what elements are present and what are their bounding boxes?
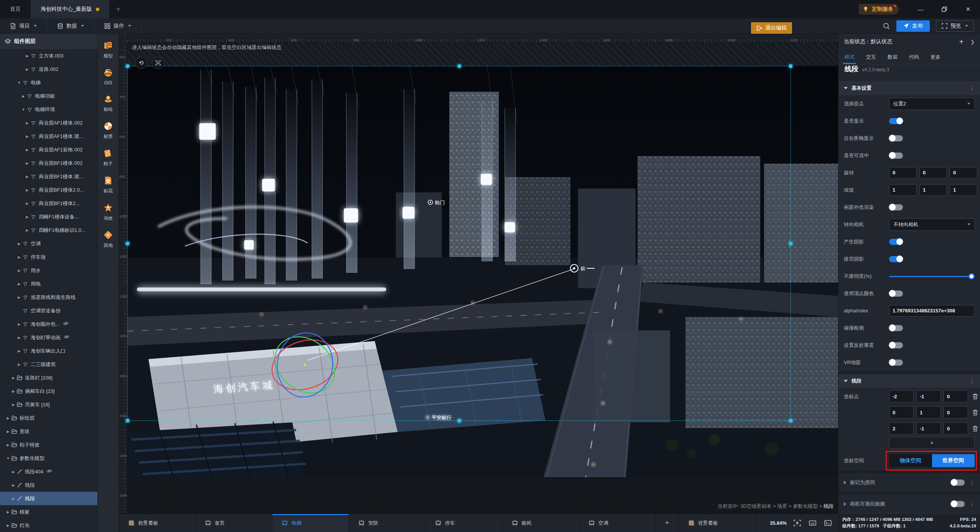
value-input[interactable] [889,305,975,317]
tree-item[interactable]: ▶▽电梯功能 [0,89,97,103]
scene-tab-安防[interactable]: 安防 [349,514,426,532]
tree-item[interactable]: ▶线段 [0,478,97,492]
resource-tab-marker[interactable]: 标绘 [98,90,119,117]
scene-tab-能耗[interactable]: 能耗 [502,514,579,532]
toggle-switch[interactable] [889,239,903,245]
search-icon[interactable] [883,22,890,30]
expand-arrow-icon[interactable]: ▶ [16,322,22,326]
section-menu-icon[interactable]: ⋮ [969,87,975,89]
inspector-tab-更多[interactable]: 更多 [931,50,940,64]
section-menu-icon[interactable]: ⋮ [969,482,975,484]
tree-item[interactable]: ▶▽商业层BF1楼体.002 [0,156,97,170]
delete-point-icon[interactable] [971,425,979,432]
inspector-tab-代码[interactable]: 代码 [909,50,919,64]
tree-item[interactable]: ▶道路灯 [108] [0,371,97,384]
tree-item[interactable]: ▶▽海创灯带动画 [0,331,97,344]
tree-item[interactable]: ▶标绘层 [0,411,97,425]
tree-item[interactable]: ▶▽道路.002 [0,62,97,76]
tree-item[interactable]: ▶粒子特效 [0,438,97,452]
tree-item[interactable]: ▶▽商业层BF1楼体.玻... [0,170,97,183]
resource-tab-other[interactable]: 其他 [98,226,119,253]
toggle-switch[interactable] [889,135,903,141]
collapse-panel-button[interactable]: ❯ [970,39,975,45]
fit-screen-button[interactable] [792,519,802,527]
collapsed-section[interactable]: 相机可视化检测⋮ [838,492,980,513]
value-input[interactable] [889,422,914,435]
console-button[interactable] [823,519,833,527]
toggle-switch[interactable] [889,153,903,159]
expand-arrow-icon[interactable]: ▶ [16,269,22,273]
expand-arrow-icon[interactable]: ▼ [21,108,26,112]
expand-arrow-icon[interactable]: ▶ [11,403,16,407]
scene-tab-首页[interactable]: 首页 [196,514,272,532]
expand-arrow-icon[interactable]: ▶ [25,175,30,179]
expand-arrow-icon[interactable]: ▶ [25,135,30,138]
expand-arrow-icon[interactable]: ▶ [5,443,11,447]
expand-arrow-icon[interactable]: ▶ [25,148,30,152]
publish-button[interactable]: 发布 [896,20,930,32]
value-input[interactable] [944,422,968,435]
custom-service-badge[interactable]: 定制服务 [859,4,899,15]
tree-item[interactable]: ▶▽四幢F1楼体设备... [0,210,97,223]
viewport[interactable]: 2004006008001000120014001600180020002200… [119,34,838,514]
toggle-switch[interactable] [889,256,903,262]
expand-arrow-icon[interactable]: ▶ [16,336,22,340]
value-input[interactable] [889,184,917,196]
inspector-tab-交互[interactable]: 交互 [866,50,876,64]
inspector-tab-样式[interactable]: 样式 [845,50,855,64]
resource-tab-gis[interactable]: GIS [98,64,119,90]
expand-arrow-icon[interactable]: ▶ [5,430,11,433]
expand-arrow-icon[interactable]: ▶ [25,228,30,232]
tree-item[interactable]: ▶▽用水 [0,264,97,277]
menu-项目[interactable]: 项目 [0,18,47,33]
expand-arrow-icon[interactable]: ▶ [25,121,30,125]
preview-button[interactable]: 预览 [936,20,974,32]
tree-item[interactable]: ▶▽商业层AF1楼体.玻... [0,130,97,143]
expand-arrow-icon[interactable]: ▼ [5,456,11,460]
expand-arrow-icon[interactable]: ▶ [11,389,16,393]
value-input[interactable] [944,406,968,419]
tree-item[interactable]: ▶▽四幢F1电梯标识1.0... [0,223,97,237]
scene-tab-停车[interactable]: 停车 [426,514,502,532]
value-input[interactable] [950,167,977,179]
resource-tab-decal[interactable]: 贴花 [98,172,119,199]
value-input[interactable] [916,422,941,435]
tree-item[interactable]: ▶▽海创额外包... [0,317,97,331]
expand-arrow-icon[interactable]: ▶ [16,282,22,286]
expand-arrow-icon[interactable]: ▶ [25,202,30,205]
expand-arrow-icon[interactable]: ▶ [21,94,26,98]
visibility-off-icon[interactable] [63,321,69,327]
visibility-off-icon[interactable] [64,335,69,340]
dropdown-select[interactable]: 不转向相机 [889,218,975,231]
tree-item[interactable]: ▶亮黄车 [16] [0,398,97,411]
resource-tab-particle[interactable]: 粒子 [98,144,119,172]
minimize-button[interactable]: — [909,0,932,18]
delete-point-icon[interactable] [971,393,979,399]
tree-item[interactable]: ▶植被 [0,505,97,519]
expand-arrow-icon[interactable]: ▶ [5,524,11,527]
reset-view-button[interactable]: ⟲ [135,57,147,69]
tree-item[interactable]: ▶▽二三级建筑 [0,358,97,371]
scene-tab-背景看板[interactable]: 背景看板 [679,514,756,532]
toggle-switch[interactable] [889,325,903,331]
toggle-switch[interactable] [889,360,903,366]
section-menu-icon[interactable]: ⋮ [969,503,975,505]
tree-item[interactable]: ▽空调管道备份 [0,304,97,317]
segment-option[interactable]: 世界空间 [932,454,975,467]
toggle-switch[interactable] [951,501,965,507]
tree-item[interactable]: ▶▽商业层BF1楼体2... [0,197,97,210]
collapsed-section[interactable]: 标记为房间⋮ [838,470,980,492]
expand-arrow-icon[interactable]: ▼ [16,81,22,85]
section-menu-icon[interactable]: ⋮ [969,380,975,382]
new-tab-button[interactable]: + [109,0,128,18]
tree-item[interactable]: ▶形状 [0,425,97,438]
exit-edit-button[interactable]: 退出编辑 [751,22,792,34]
section-header[interactable]: 基本设置⋮ [838,81,980,95]
project-tab[interactable]: 海创科技中心_最新版 [31,0,109,18]
keyboard-shortcuts-button[interactable] [807,519,817,527]
expand-arrow-icon[interactable]: ▶ [25,161,30,165]
dropdown-select[interactable]: 位置2 [889,98,975,110]
resource-tab-motion[interactable]: 动效 [98,199,119,226]
add-scene-tab-button[interactable]: + [656,514,679,532]
value-input[interactable] [919,167,947,179]
